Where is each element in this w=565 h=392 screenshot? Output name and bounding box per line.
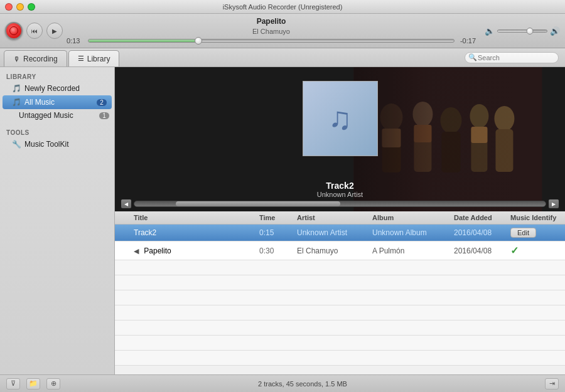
sidebar-item-newly-recorded[interactable]: 🎵 Newly Recorded	[0, 82, 114, 95]
all-music-icon: 🎵	[11, 97, 21, 107]
library-section-header: LIBRARY	[0, 71, 114, 82]
sidebar-item-music-toolkit[interactable]: 🔧 Music ToolKit	[0, 137, 114, 151]
artwork-track-artist: Unknown Artist	[317, 191, 363, 198]
track-row-empty	[115, 305, 565, 320]
track-time-cell: 0:15	[259, 228, 297, 237]
header-identify: Music Identify	[510, 214, 565, 221]
close-button[interactable]	[5, 3, 13, 11]
scroll-track[interactable]	[134, 201, 546, 207]
newly-recorded-label: Newly Recorded	[24, 84, 80, 93]
tab-recording[interactable]: 🎙 Recording	[4, 50, 67, 66]
svg-rect-14	[354, 67, 542, 211]
track-list: Title Time Artist Album Date Added Music…	[115, 211, 565, 374]
artwork-area: ♫ Track2 Unknown Artist ◀ ▶	[115, 67, 565, 211]
tab-library[interactable]: ☰ Library	[68, 50, 120, 66]
library-icon: ☰	[78, 55, 84, 63]
track-date-cell: 2016/04/08	[454, 228, 510, 237]
transport-bar: ⏮ ▶ Papelito El Chamuyo 0:13 -0:17 🔈 🔊	[0, 14, 565, 48]
untagged-badge: 1	[99, 112, 109, 119]
artwork-info: Track2 Unknown Artist	[317, 181, 363, 198]
all-music-badge: 2	[97, 99, 107, 106]
volume-low-icon: 🔈	[485, 26, 495, 36]
record-dot	[9, 26, 18, 35]
previous-button[interactable]: ⏮	[26, 23, 43, 39]
add-button[interactable]: ⊕	[46, 378, 60, 389]
artwork-scrollbar[interactable]: ◀ ▶	[121, 199, 559, 208]
add-icon: ⊕	[51, 379, 56, 388]
progress-area: Papelito El Chamuyo 0:13 -0:17	[67, 17, 476, 45]
volume-area: 🔈 🔊	[485, 26, 560, 36]
scroll-right-arrow[interactable]: ▶	[549, 199, 559, 208]
edit-button[interactable]: Edit	[510, 228, 536, 238]
tools-section-header: TOOLS	[0, 127, 114, 137]
speaker-icon: ◀	[134, 247, 139, 255]
status-info: 2 tracks, 45 seconds, 1.5 MB	[67, 380, 539, 388]
track-identify-cell: ✓	[510, 245, 565, 257]
identified-checkmark: ✓	[510, 245, 519, 257]
all-music-label: All Music	[24, 98, 55, 107]
header-time: Time	[259, 214, 297, 221]
music-toolkit-label: Music ToolKit	[24, 140, 68, 149]
title-bar: iSkysoft Audio Recorder (Unregistered)	[0, 0, 565, 14]
play-icon: ▶	[52, 28, 57, 34]
volume-high-icon: 🔊	[550, 26, 560, 36]
header-album: Album	[372, 214, 454, 221]
transport-track-artist: El Chamuyo	[252, 27, 290, 36]
sidebar-item-untagged[interactable]: Untagged Music 1	[0, 109, 114, 122]
sidebar-item-all-music[interactable]: 🎵 All Music 2	[3, 95, 112, 109]
progress-fill	[89, 40, 198, 42]
header-date: Date Added	[454, 214, 510, 221]
minimize-button[interactable]	[16, 3, 24, 11]
track-artist-cell: Unknown Artist	[297, 228, 372, 237]
track-row[interactable]: ◀ Papelito 0:30 El Chamuyo A Pulmón 2016…	[115, 241, 565, 260]
microphone-icon: 🎙	[13, 55, 20, 63]
filter-button[interactable]: ⊽	[6, 378, 20, 389]
track-album-cell: Unknown Album	[372, 228, 454, 237]
track-row[interactable]: Track2 0:15 Unknown Artist Unknown Album…	[115, 225, 565, 241]
track-artist-cell: El Chamuyo	[297, 246, 372, 255]
track-row-empty	[115, 336, 565, 351]
untagged-label: Untagged Music	[19, 111, 73, 120]
folder-button[interactable]: 📁	[26, 378, 40, 389]
volume-track[interactable]	[497, 29, 547, 33]
tab-library-label: Library	[87, 55, 110, 63]
track-row-empty	[115, 260, 565, 275]
header-artist: Artist	[297, 214, 372, 221]
progress-track[interactable]	[88, 39, 455, 43]
time-start: 0:13	[67, 37, 84, 45]
search-input[interactable]	[465, 52, 559, 63]
track-title-cell: ◀ Papelito	[115, 246, 259, 255]
toolkit-icon: 🔧	[11, 139, 21, 149]
scroll-thumb[interactable]	[176, 201, 340, 206]
volume-thumb[interactable]	[526, 28, 533, 34]
track-list-header: Title Time Artist Album Date Added Music…	[115, 211, 565, 225]
previous-icon: ⏮	[31, 28, 38, 34]
time-end: -0:17	[458, 37, 476, 45]
track-row-empty	[115, 275, 565, 290]
filter-icon: ⊽	[11, 379, 16, 388]
maximize-button[interactable]	[28, 3, 35, 11]
export-button[interactable]: ⇥	[545, 378, 559, 389]
content-area: ♫ Track2 Unknown Artist ◀ ▶ Title	[115, 67, 565, 374]
window-controls	[5, 3, 35, 11]
window-title: iSkysoft Audio Recorder (Unregistered)	[223, 3, 343, 11]
scroll-left-arrow[interactable]: ◀	[121, 199, 131, 208]
album-artwork: ♫	[303, 81, 378, 156]
track-identify-cell: Edit	[510, 228, 565, 238]
record-button[interactable]	[5, 22, 23, 40]
transport-track-title: Papelito	[252, 17, 290, 27]
progress-thumb[interactable]	[195, 37, 202, 45]
newly-recorded-icon: 🎵	[11, 83, 21, 93]
track-row-empty	[115, 290, 565, 305]
header-title: Title	[115, 214, 259, 221]
play-button[interactable]: ▶	[46, 23, 63, 39]
artwork-track-title: Track2	[317, 181, 363, 191]
track-title-cell: Track2	[115, 228, 259, 237]
search-icon: 🔍	[468, 53, 477, 61]
track-row-empty	[115, 351, 565, 366]
track-info: Papelito El Chamuyo	[252, 17, 290, 36]
track-album-cell: A Pulmón	[372, 246, 454, 255]
music-note-icon: ♫	[328, 103, 352, 134]
sidebar: LIBRARY 🎵 Newly Recorded 🎵 All Music 2 U…	[0, 67, 115, 374]
status-bar: ⊽ 📁 ⊕ 2 tracks, 45 seconds, 1.5 MB ⇥	[0, 374, 565, 392]
